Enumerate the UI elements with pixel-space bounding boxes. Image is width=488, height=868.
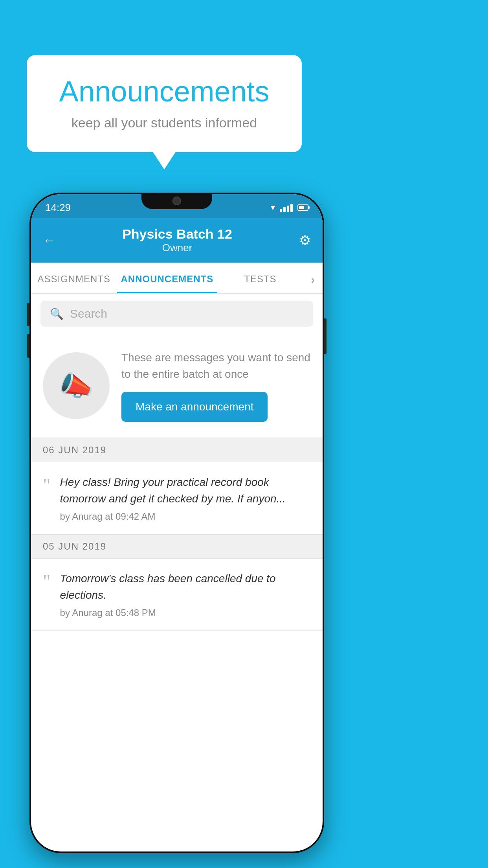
phone-wrapper: 14:29 ▾ ← Phys — [29, 193, 324, 853]
speech-bubble-card: Announcements keep all your students inf… — [27, 55, 302, 152]
power-button — [324, 318, 327, 354]
cta-description: These are messages you want to send to t… — [121, 349, 311, 383]
announcement-content-1: Hey class! Bring your practical record b… — [60, 474, 311, 522]
search-placeholder: Search — [70, 307, 107, 320]
announcement-meta-1: by Anurag at 09:42 AM — [60, 511, 311, 522]
status-icons: ▾ — [271, 202, 308, 213]
battery-fill — [299, 206, 304, 209]
wifi-icon: ▾ — [271, 202, 275, 213]
back-button[interactable]: ← — [43, 233, 55, 248]
app-header: ← Physics Batch 12 Owner ⚙ — [31, 218, 323, 263]
bubble-title: Announcements — [50, 75, 278, 108]
settings-icon[interactable]: ⚙ — [299, 232, 311, 248]
announcement-item-1: " Hey class! Bring your practical record… — [31, 462, 323, 534]
batch-subtitle: Owner — [122, 242, 232, 254]
header-title-group: Physics Batch 12 Owner — [122, 226, 232, 254]
tab-announcements[interactable]: ANNOUNCEMENTS — [117, 263, 218, 293]
bubble-subtitle: keep all your students informed — [50, 115, 278, 131]
tab-assignments[interactable]: ASSIGNMENTS — [31, 263, 117, 293]
batch-title: Physics Batch 12 — [122, 226, 232, 242]
search-container: 🔍 Search — [31, 294, 323, 334]
announcement-text-2: Tomorrow's class has been cancelled due … — [60, 570, 311, 603]
announcement-text-1: Hey class! Bring your practical record b… — [60, 474, 311, 507]
battery-icon — [297, 204, 308, 211]
announcement-cta-content: These are messages you want to send to t… — [121, 349, 311, 422]
make-announcement-button[interactable]: Make an announcement — [121, 392, 268, 422]
tab-tests[interactable]: TESTS — [217, 263, 303, 293]
signal-icon — [280, 203, 293, 212]
tab-more-icon[interactable]: › — [303, 263, 323, 293]
date-separator-1: 06 JUN 2019 — [31, 438, 323, 462]
announcement-icon-circle: 📣 — [43, 352, 110, 419]
tabs-bar: ASSIGNMENTS ANNOUNCEMENTS TESTS › — [31, 263, 323, 294]
search-icon: 🔍 — [50, 307, 64, 320]
phone-notch — [141, 193, 212, 209]
announcement-meta-2: by Anurag at 05:48 PM — [60, 607, 311, 618]
phone-frame: 14:29 ▾ ← Phys — [29, 193, 324, 853]
quote-icon-1: " — [43, 476, 51, 495]
phone-screen: 14:29 ▾ ← Phys — [31, 194, 323, 851]
date-separator-2: 05 JUN 2019 — [31, 534, 323, 559]
speech-bubble: Announcements keep all your students inf… — [27, 55, 302, 152]
megaphone-icon: 📣 — [59, 370, 94, 402]
camera-dot — [172, 197, 181, 205]
announcement-cta-section: 📣 These are messages you want to send to… — [31, 334, 323, 438]
status-time: 14:29 — [45, 202, 71, 214]
search-bar[interactable]: 🔍 Search — [40, 301, 313, 327]
quote-icon-2: " — [43, 572, 51, 591]
announcement-item-2: " Tomorrow's class has been cancelled du… — [31, 559, 323, 631]
announcement-content-2: Tomorrow's class has been cancelled due … — [60, 570, 311, 618]
